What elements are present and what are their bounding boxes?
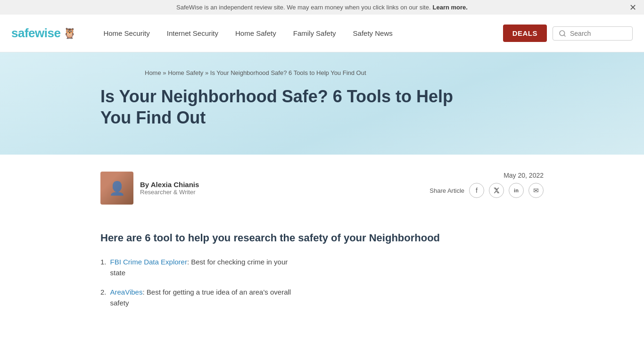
banner-text: SafeWise is an independent review site. … — [176, 4, 431, 11]
banner-learn-more-link[interactable]: Learn more. — [433, 4, 468, 11]
twitter-share-button[interactable] — [489, 183, 504, 198]
logo-owl-icon: 🦉 — [63, 27, 76, 40]
banner-close-button[interactable]: ✕ — [629, 2, 636, 13]
list-item: 1. FBI Crime Data Explorer: Best for che… — [100, 256, 544, 279]
nav-internet-security[interactable]: Internet Security — [158, 29, 227, 37]
list-number-2: 2. — [100, 287, 107, 309]
nav-home-security[interactable]: Home Security — [95, 29, 158, 37]
author-info: By Alexia Chianis Researcher & Writer — [140, 181, 199, 196]
nav-safety-news[interactable]: Safety News — [345, 29, 401, 37]
list-number-1: 1. — [100, 256, 107, 279]
breadcrumb-current: Is Your Neighborhood Safe? 6 Tools to He… — [210, 69, 366, 76]
nav-links: Home Security Internet Security Home Saf… — [95, 29, 497, 37]
facebook-share-button[interactable]: f — [469, 183, 484, 198]
nav-family-safety[interactable]: Family Safety — [285, 29, 345, 37]
share-row: Share Article f in ✉ — [429, 183, 544, 198]
share-label: Share Article — [429, 187, 464, 194]
list-item: 2. AreaVibes: Best for getting a true id… — [100, 287, 544, 309]
area-vibes-link[interactable]: AreaVibes — [110, 288, 143, 296]
author-name: By Alexia Chianis — [140, 181, 199, 189]
logo-text: safewise — [11, 26, 60, 41]
article-date: May 20, 2022 — [429, 172, 544, 179]
top-banner: SafeWise is an independent review site. … — [0, 0, 644, 15]
breadcrumb: Home » Home Safety » Is Your Neighborhoo… — [133, 69, 511, 76]
search-icon — [559, 30, 566, 37]
breadcrumb-home[interactable]: Home — [145, 69, 161, 76]
search-box — [553, 26, 633, 41]
list-item-content-2: AreaVibes: Best for getting a true idea … — [110, 287, 299, 309]
breadcrumb-sep-2: » — [205, 69, 210, 76]
email-share-button[interactable]: ✉ — [528, 183, 544, 198]
author-left: 👤 By Alexia Chianis Researcher & Writer — [100, 172, 199, 205]
page-title: Is Your Neighborhood Safe? 6 Tools to He… — [100, 86, 468, 128]
hero-section: Home » Home Safety » Is Your Neighborhoo… — [0, 52, 644, 155]
author-block: 👤 By Alexia Chianis Researcher & Writer … — [100, 172, 544, 212]
author-right: May 20, 2022 Share Article f in ✉ — [429, 172, 544, 198]
nav-home-safety[interactable]: Home Safety — [227, 29, 285, 37]
linkedin-share-button[interactable]: in — [509, 183, 524, 198]
avatar: 👤 — [100, 172, 133, 205]
author-role: Researcher & Writer — [140, 189, 199, 196]
breadcrumb-home-safety[interactable]: Home Safety — [168, 69, 203, 76]
article-area: 👤 By Alexia Chianis Researcher & Writer … — [63, 155, 581, 334]
svg-line-1 — [564, 35, 565, 36]
breadcrumb-sep-1: » — [163, 69, 168, 76]
article-subtitle: Here are 6 tool to help you research the… — [100, 231, 544, 245]
navbar: safewise 🦉 Home Security Internet Securi… — [0, 15, 644, 52]
hero-inner: Home » Home Safety » Is Your Neighborhoo… — [63, 69, 581, 128]
avatar-image: 👤 — [100, 172, 133, 205]
article-list: 1. FBI Crime Data Explorer: Best for che… — [100, 256, 544, 309]
fbi-crime-explorer-link[interactable]: FBI Crime Data Explorer — [110, 258, 187, 266]
logo-link[interactable]: safewise 🦉 — [11, 26, 76, 41]
search-input[interactable] — [570, 30, 627, 37]
list-item-content-1: FBI Crime Data Explorer: Best for checki… — [110, 256, 299, 279]
deals-button[interactable]: DEALS — [503, 25, 547, 42]
